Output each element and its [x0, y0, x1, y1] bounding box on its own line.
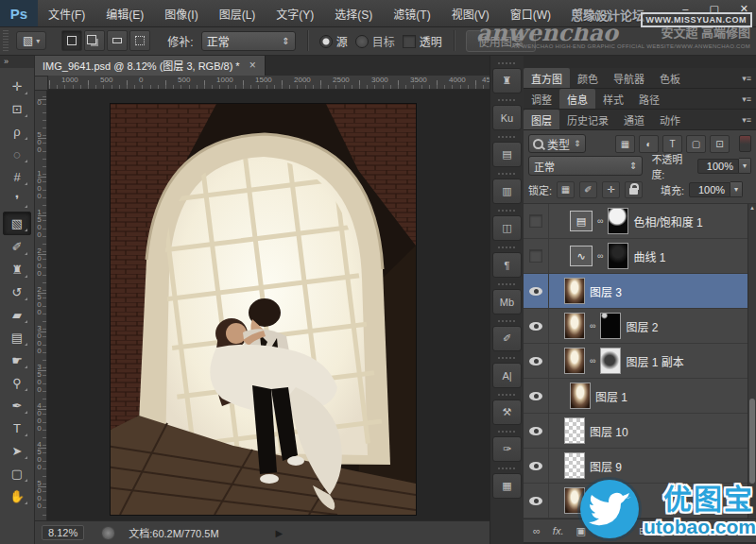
tab-swatches[interactable]: 色板: [652, 68, 688, 88]
tab-history[interactable]: 历史记录: [559, 110, 616, 129]
menu-image[interactable]: 图像(I): [154, 6, 208, 22]
maximize-button[interactable]: ▢: [709, 3, 718, 15]
layer-name[interactable]: 图层 3: [590, 283, 622, 299]
fill-field[interactable]: 100% ▾: [689, 181, 743, 197]
crop-tool[interactable]: #: [4, 166, 30, 188]
zoom-level-field[interactable]: 8.12%: [42, 525, 84, 540]
clone-stamp-tool[interactable]: ♜: [4, 259, 30, 280]
move-tool[interactable]: ✛: [4, 76, 30, 97]
layer-thumbnail[interactable]: [564, 348, 585, 374]
menu-filter[interactable]: 滤镜(T): [383, 6, 440, 22]
lock-position-button[interactable]: ✛: [602, 181, 620, 198]
tab-navigator[interactable]: 导航器: [606, 68, 652, 88]
layer-row-layer9[interactable]: 图层 9: [524, 449, 756, 484]
tool-preset-picker[interactable]: ▧ ▾: [16, 31, 46, 50]
layer-thumbnail[interactable]: [564, 452, 585, 479]
toolbar-collapse-button[interactable]: »: [0, 55, 34, 68]
visibility-toggle[interactable]: [524, 379, 549, 413]
layer-row-layer2[interactable]: ∞ 图层 2: [524, 309, 756, 344]
chevron-down-icon[interactable]: ▾: [730, 181, 743, 197]
layer-name[interactable]: 图层 1: [595, 388, 627, 404]
layer-name[interactable]: 背景: [590, 493, 612, 509]
lock-all-button[interactable]: [625, 181, 643, 198]
quick-selection-tool[interactable]: ◌: [4, 144, 30, 165]
tab-histogram[interactable]: 直方图: [524, 68, 570, 88]
brush-panel-button[interactable]: ✐: [492, 326, 522, 351]
lock-transparent-pixels-button[interactable]: ▦: [557, 181, 575, 198]
menu-window[interactable]: 窗口(W): [500, 6, 561, 22]
delete-layer-button[interactable]: ▯: [660, 525, 665, 537]
menu-layer[interactable]: 图层(L): [209, 6, 266, 22]
tool-presets-panel-button[interactable]: ⚒: [492, 400, 522, 425]
vertical-ruler[interactable]: 0 500 1000 1500 2000 2500 3000 3500 4000…: [34, 89, 47, 521]
layer-filter-select[interactable]: 类型 ⇕: [528, 134, 586, 153]
type-tool[interactable]: T: [4, 417, 30, 439]
minimize-button[interactable]: –: [682, 3, 688, 15]
visibility-toggle[interactable]: [524, 309, 549, 343]
panel-menu-icon[interactable]: ▾≡: [742, 110, 756, 129]
layer-thumbnail[interactable]: [570, 382, 591, 409]
intersect-selection-button[interactable]: [129, 30, 150, 51]
curves-icon[interactable]: ∿: [570, 246, 593, 266]
panel-menu-icon[interactable]: ▾≡: [742, 89, 756, 109]
opacity-field[interactable]: 100% ▾: [697, 158, 751, 174]
horizontal-ruler[interactable]: 1000 500 0 500 1000 1500 2000 2500 3000 …: [46, 76, 490, 90]
hue-saturation-icon[interactable]: ▤: [570, 211, 593, 231]
smudge-tool[interactable]: ☛: [4, 349, 30, 371]
tab-adjustments[interactable]: 调整: [524, 89, 559, 109]
layer-name[interactable]: 色相/饱和度 1: [633, 213, 702, 230]
eraser-tool[interactable]: ▰: [4, 304, 30, 326]
menu-select[interactable]: 选择(S): [324, 6, 383, 22]
mini-bridge-panel-button[interactable]: Mb: [492, 289, 522, 314]
marquee-tool[interactable]: ⊡: [4, 98, 30, 120]
panel-menu-icon[interactable]: ▾≡: [742, 68, 756, 88]
tab-layers[interactable]: 图层: [524, 110, 559, 129]
layer-row-layer1[interactable]: 图层 1: [524, 379, 756, 414]
layer-styles-button[interactable]: fx.: [553, 525, 564, 536]
patch-tool[interactable]: ▧: [3, 212, 31, 235]
ruler-origin-corner[interactable]: [34, 76, 48, 91]
document-canvas-image[interactable]: [111, 104, 416, 515]
filter-smart-objects-button[interactable]: ⊡: [710, 135, 730, 153]
layer-thumbnail[interactable]: [564, 487, 585, 514]
layer-comps-panel-button[interactable]: ◫: [492, 215, 522, 241]
paragraph-styles-panel-button[interactable]: ▥: [492, 178, 522, 204]
new-group-button[interactable]: ▭: [617, 525, 627, 537]
character-styles-panel-button[interactable]: ▤: [492, 142, 522, 167]
layer-name[interactable]: 图层 2: [626, 318, 658, 334]
layer-row-background[interactable]: 背景: [524, 484, 756, 518]
brush-presets-panel-button[interactable]: ✑: [492, 436, 522, 462]
menu-help[interactable]: 帮助(H): [561, 6, 621, 22]
layer-mask-thumbnail[interactable]: [600, 313, 621, 339]
gradient-tool[interactable]: ▤: [4, 327, 30, 348]
eyedropper-tool[interactable]: ❜: [4, 189, 30, 211]
menu-view[interactable]: 视图(V): [441, 6, 500, 22]
visibility-toggle[interactable]: [524, 449, 549, 483]
new-adjustment-layer-button[interactable]: ◐: [598, 525, 605, 536]
layer-row-hue-saturation[interactable]: ▤ ∞ 色相/饱和度 1: [524, 204, 756, 239]
scrollbar-thumb[interactable]: [749, 399, 755, 484]
layer-row-layer1-copy[interactable]: ∞ 图层 1 副本: [524, 344, 756, 379]
lock-image-pixels-button[interactable]: ✐: [579, 181, 597, 198]
tab-styles[interactable]: 样式: [595, 89, 631, 109]
layer-thumbnail[interactable]: [564, 417, 585, 444]
filter-switch-toggle[interactable]: [739, 135, 751, 152]
visibility-toggle[interactable]: [524, 239, 549, 273]
visibility-toggle[interactable]: [524, 204, 549, 238]
measurement-log-panel-button[interactable]: ▦: [492, 473, 522, 499]
adobe-drive-icon[interactable]: [101, 526, 115, 540]
visibility-toggle[interactable]: [524, 274, 549, 308]
source-radio[interactable]: 源: [319, 33, 348, 49]
visibility-toggle[interactable]: [524, 484, 549, 518]
target-radio[interactable]: 目标: [355, 33, 395, 49]
new-layer-button[interactable]: ⊞: [639, 525, 647, 537]
paragraph-panel-button[interactable]: ¶: [492, 252, 522, 278]
visibility-toggle[interactable]: [524, 344, 549, 378]
layer-mask-thumbnail[interactable]: [600, 348, 621, 374]
menu-type[interactable]: 文字(Y): [266, 6, 324, 22]
lasso-tool[interactable]: ρ: [4, 121, 30, 143]
scroll-up-icon[interactable]: ▲: [748, 205, 756, 211]
add-layer-mask-button[interactable]: ▣: [576, 525, 585, 537]
layer-mask-thumbnail[interactable]: [608, 208, 628, 234]
pen-tool[interactable]: ✒: [4, 395, 30, 416]
